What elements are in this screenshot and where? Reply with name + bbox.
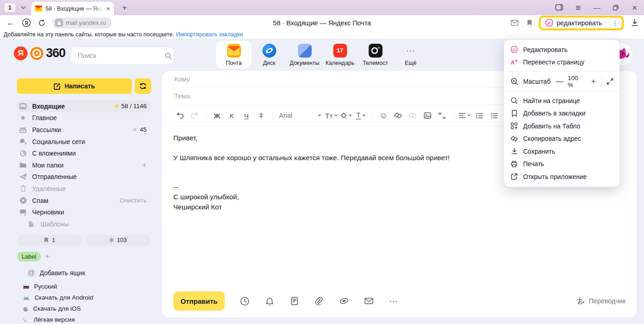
fullscreen-icon[interactable] [607, 78, 613, 85]
downloads-icon[interactable] [626, 19, 644, 27]
search-box[interactable] [71, 47, 173, 64]
refresh-mail-button[interactable] [135, 78, 151, 94]
app-disk[interactable]: Диск [251, 41, 287, 69]
attach-from-mail-icon[interactable] [358, 294, 379, 308]
zoom-out-button[interactable]: — [556, 77, 563, 86]
caret-down-icon [318, 115, 321, 116]
app-mail[interactable]: Почта [216, 41, 251, 69]
schedule-send-icon[interactable] [234, 294, 255, 308]
notify-icon[interactable] [259, 294, 280, 308]
menu-open-app[interactable]: Открыть приложение [504, 170, 620, 183]
italic-button[interactable]: К [225, 109, 238, 122]
font-family-select[interactable]: Arial [277, 112, 323, 119]
folder-spam[interactable]: Спам Очистить [17, 195, 151, 207]
minimize-button[interactable]: — [587, 0, 606, 15]
back-button[interactable]: ← [3, 18, 18, 28]
menu-translate[interactable]: A Перевести страницу [504, 56, 620, 69]
attach-file-icon[interactable] [308, 294, 330, 308]
folder-drafts[interactable]: Черновики [17, 206, 151, 218]
folder-attachments[interactable]: С вложениями [17, 147, 151, 159]
text-color-button[interactable]: T [354, 109, 367, 122]
app-calendar[interactable]: 17 Календарь [322, 41, 358, 69]
caret-down-icon [362, 115, 366, 116]
unread-filter-pill[interactable]: 103 [85, 235, 151, 246]
restore-button[interactable] [606, 0, 625, 15]
folder-my-folders[interactable]: Мои папки + [17, 159, 151, 171]
edit-page-button[interactable]: редактировать ⋮ [539, 16, 624, 30]
address-bar[interactable]: mail.yandex.ru [52, 17, 112, 29]
emoji-button[interactable]: ☺ [377, 109, 390, 122]
font-size-select[interactable]: Tт [325, 109, 338, 122]
fill-color-button[interactable] [340, 109, 353, 122]
attach-from-disk-icon[interactable] [333, 294, 354, 308]
bookmarks-panel-icon[interactable] [522, 19, 537, 26]
compose-button[interactable]: Написать [17, 78, 132, 94]
bullet-list-button[interactable] [473, 109, 486, 122]
refresh-button[interactable] [34, 19, 50, 27]
menu-add-bookmark[interactable]: Добавить в закладки [504, 107, 620, 120]
quote-button[interactable]: “„ [436, 109, 449, 122]
download-android-link[interactable]: Скачать для Android [23, 294, 93, 301]
menu-copy-address[interactable]: Скопировать адрес [504, 133, 620, 145]
undo-icon[interactable] [173, 109, 186, 122]
folder-trash[interactable]: Удалённые [17, 183, 151, 195]
folder-newsletters[interactable]: Рассылки 45 [17, 124, 151, 136]
lock-icon[interactable] [55, 19, 63, 27]
menu-save[interactable]: Сохранить [504, 145, 620, 158]
tab-close-icon[interactable]: × [106, 5, 110, 12]
add-label-button[interactable]: + [45, 252, 50, 261]
align-button[interactable] [458, 109, 471, 122]
saved-filter-pill[interactable]: 1 [17, 235, 82, 246]
remove-link-button[interactable] [406, 109, 419, 122]
folder-social[interactable]: Социальные сети [17, 136, 151, 148]
translator-button[interactable]: Переводчик [577, 297, 626, 305]
social-icon [19, 138, 27, 145]
tabs-list-button[interactable] [21, 6, 26, 9]
tabs-count-button[interactable]: 1 [4, 2, 16, 13]
clear-spam-button[interactable]: Очистить [120, 197, 147, 204]
app-more[interactable]: ⋯ Ещё [393, 41, 428, 69]
template-icon[interactable] [284, 294, 305, 308]
search-icon[interactable] [165, 52, 172, 59]
label-tag[interactable]: Label [17, 252, 41, 261]
underline-button[interactable]: Ч [240, 109, 253, 122]
import-bookmarks-link[interactable]: Импортировать закладки [176, 31, 243, 38]
insert-image-button[interactable] [421, 109, 434, 122]
active-tab[interactable]: 58 · Входящие — Янде × [31, 2, 114, 15]
url-text: mail.yandex.ru [66, 19, 106, 26]
side-panel-icon[interactable] [550, 0, 569, 15]
numbered-list-button[interactable] [488, 109, 501, 122]
add-folder-button[interactable]: + [142, 161, 147, 170]
folder-templates[interactable]: Шаблоны [25, 218, 151, 230]
light-version-link[interactable]: Лёгкая версия [23, 316, 93, 323]
search-input[interactable] [77, 52, 165, 60]
send-button[interactable]: Отправить [173, 291, 225, 311]
yandex-360-logo[interactable]: Я 360 [14, 46, 65, 60]
insert-link-button[interactable] [392, 109, 405, 122]
more-actions-icon[interactable]: ⋯ [383, 294, 404, 308]
app-documents[interactable]: Документы [287, 41, 322, 69]
browser-menu-icon[interactable]: ≡ [569, 0, 587, 15]
zoom-in-button[interactable]: + [590, 77, 597, 86]
strikethrough-button[interactable]: Т [255, 109, 268, 122]
folder-priority[interactable]: ★ Главное [17, 112, 151, 124]
menu-print[interactable]: Печать [504, 158, 620, 171]
mail-notifications-icon[interactable] [507, 20, 522, 26]
new-tab-button[interactable]: + [119, 2, 131, 14]
yandex-button[interactable]: Я [18, 18, 34, 27]
app-telemost[interactable]: Телемост [358, 41, 393, 69]
trash-icon [19, 185, 27, 192]
download-ios-link[interactable]: Скачать для iOS [23, 305, 93, 312]
bold-button[interactable]: Ж [211, 109, 223, 122]
folder-sent[interactable]: Отправленные [17, 171, 151, 183]
menu-find-on-page[interactable]: Найти на странице [504, 94, 620, 107]
inbox-icon [19, 103, 27, 110]
edit-more-icon[interactable]: ⋮ [610, 18, 620, 28]
redo-icon[interactable] [188, 109, 201, 122]
add-mailbox-button[interactable]: @ Добавить ящик [28, 269, 159, 277]
close-window-button[interactable]: × [625, 0, 644, 15]
menu-edit[interactable]: Редактировать [504, 43, 620, 56]
language-link[interactable]: Русский [23, 283, 93, 290]
menu-add-to-tablo[interactable]: Добавить на Табло [504, 120, 620, 133]
folder-inbox[interactable]: Входящие 58 / 1146 [17, 100, 151, 112]
